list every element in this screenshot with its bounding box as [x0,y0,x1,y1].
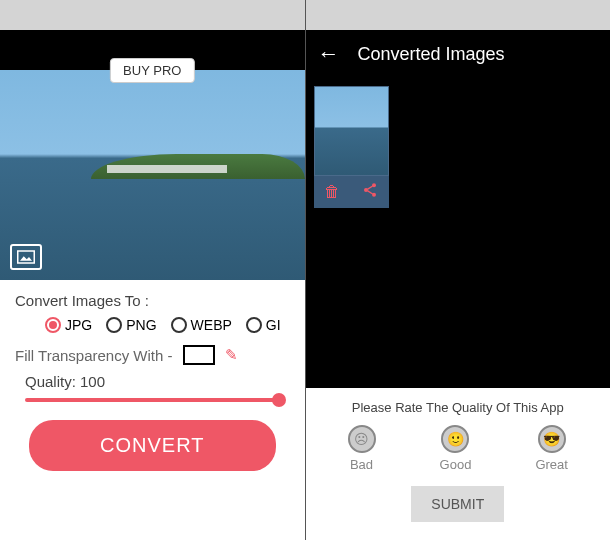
format-radio-jpg[interactable]: JPG [45,317,92,333]
neutral-face-icon: 🙂 [441,425,469,453]
rating-label: Good [440,457,472,472]
converted-images-grid: 🗑 [306,78,611,388]
rating-panel: Please Rate The Quality Of This App ☹ Ba… [306,388,611,540]
rating-label: Bad [350,457,373,472]
sad-face-icon: ☹ [348,425,376,453]
rating-good[interactable]: 🙂 Good [440,425,472,472]
status-bar-left [0,0,305,30]
svg-rect-0 [18,251,35,263]
quality-value: 100 [80,373,105,390]
convert-button[interactable]: CONVERT [29,420,276,471]
svg-line-5 [367,186,372,189]
cool-face-icon: 😎 [538,425,566,453]
thumbnail-image [314,86,389,176]
radio-label: WEBP [191,317,232,333]
quality-label: Quality: [25,373,76,390]
svg-line-6 [367,191,372,194]
format-radio-group: JPG PNG WEBP GI [45,317,290,333]
rating-great[interactable]: 😎 Great [535,425,568,472]
format-radio-png[interactable]: PNG [106,317,156,333]
fill-color-swatch[interactable] [183,345,215,365]
fill-transparency-label: Fill Transparency With - [15,347,173,364]
radio-label: PNG [126,317,156,333]
radio-label: GI [266,317,281,333]
submit-button[interactable]: SUBMIT [411,486,504,522]
quality-slider[interactable] [25,398,280,402]
svg-marker-1 [20,256,32,261]
image-picker-button[interactable] [10,244,42,270]
rating-label: Great [535,457,568,472]
share-icon[interactable] [362,182,378,202]
rating-prompt: Please Rate The Quality Of This App [316,400,601,415]
format-radio-webp[interactable]: WEBP [171,317,232,333]
format-radio-gif[interactable]: GI [246,317,281,333]
back-arrow-icon[interactable]: ← [318,41,340,67]
image-preview-area: BUY PRO [0,30,305,280]
status-bar-right [306,0,611,30]
convert-to-label: Convert Images To : [15,292,290,309]
image-icon [17,250,35,264]
radio-label: JPG [65,317,92,333]
delete-icon[interactable]: 🗑 [324,183,340,201]
preview-image [0,70,305,280]
right-header: ← Converted Images [306,30,611,78]
converted-thumbnail[interactable]: 🗑 [314,86,389,208]
slider-thumb[interactable] [272,393,286,407]
page-title: Converted Images [358,44,505,65]
edit-color-icon[interactable]: ✎ [225,346,238,364]
buy-pro-button[interactable]: BUY PRO [110,58,194,83]
rating-bad[interactable]: ☹ Bad [348,425,376,472]
